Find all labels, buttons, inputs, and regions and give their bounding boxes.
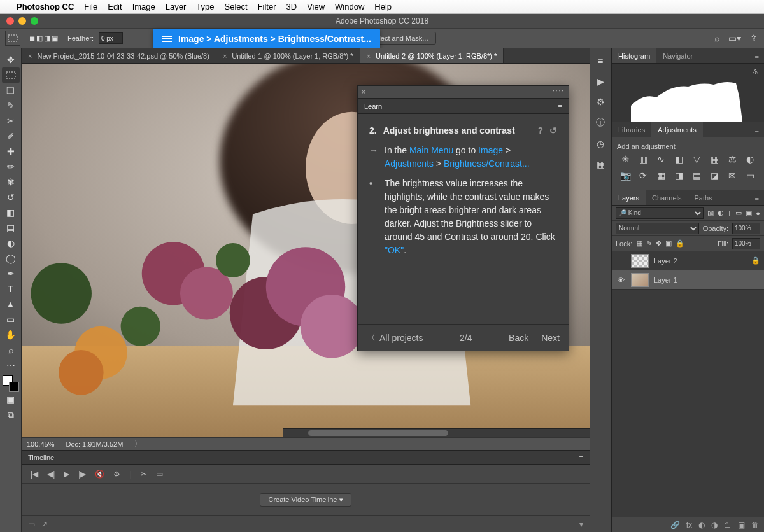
selection-add-icon[interactable]: ◧ (36, 34, 43, 43)
panel-menu-icon[interactable]: ≡ (558, 102, 562, 110)
current-tool-icon[interactable] (5, 31, 20, 46)
adj-selective-color-icon[interactable]: ✉ (726, 171, 738, 181)
next-button[interactable]: Next (541, 333, 560, 343)
hand-tool-icon[interactable]: ✋ (2, 327, 20, 342)
layer-mask-icon[interactable]: ◐ (698, 521, 705, 529)
window-zoom[interactable] (31, 17, 38, 25)
window-minimize[interactable] (18, 17, 26, 25)
timeline-zoom-out-icon[interactable]: ▭ (28, 520, 35, 529)
channels-tab[interactable]: Channels (646, 190, 688, 205)
close-tab-icon[interactable]: × (367, 52, 371, 60)
quick-mask-icon[interactable]: ▣ (2, 392, 20, 407)
delete-layer-icon[interactable]: 🗑 (751, 521, 759, 529)
feather-input[interactable] (99, 32, 123, 44)
lock-position-icon[interactable]: ✥ (656, 239, 661, 248)
adj-channel-mixer-icon[interactable]: ⟳ (637, 171, 649, 181)
transition-icon[interactable]: ▭ (156, 470, 163, 479)
image-link[interactable]: Image (478, 145, 503, 155)
zoom-tool-icon[interactable]: ⌕ (2, 342, 20, 358)
clock-panel-icon[interactable]: ◷ (597, 139, 604, 149)
menu-image[interactable]: Image (132, 2, 155, 11)
shape-tool-icon[interactable]: ▭ (2, 312, 20, 327)
reset-icon[interactable]: ↺ (549, 124, 557, 137)
adj-vibrance-icon[interactable]: ▽ (691, 154, 702, 164)
panel-menu-icon[interactable]: ≡ (579, 454, 583, 461)
fill-input[interactable] (732, 238, 760, 249)
document-tab-2[interactable]: ×Untitled-1 @ 100% (Layer 1, RGB/8*) * (216, 48, 360, 63)
lock-paint-icon[interactable]: ✎ (646, 239, 652, 248)
close-panel-icon[interactable]: × (358, 88, 369, 95)
filter-adjust-icon[interactable]: ◐ (718, 209, 724, 217)
adj-color-lookup-icon[interactable]: ▦ (655, 171, 667, 181)
settings-icon[interactable]: ⚙ (113, 470, 120, 479)
filter-toggle-icon[interactable]: ● (756, 209, 760, 217)
prev-frame-icon[interactable]: ◀| (47, 470, 55, 479)
swatches-panel-icon[interactable]: ▦ (597, 159, 605, 169)
adj-gradient-map-icon[interactable]: ▭ (744, 171, 756, 181)
panel-menu-icon[interactable]: ≡ (750, 52, 764, 60)
document-tab-3[interactable]: ×Untitled-2 @ 100% (Layer 1, RGB/8*) * (360, 48, 504, 63)
horizontal-scrollbar[interactable] (283, 428, 590, 437)
blend-mode-select[interactable]: Normal (616, 223, 699, 234)
lasso-tool-icon[interactable]: ❑ (2, 83, 20, 98)
menu-help[interactable]: Help (374, 2, 392, 11)
adj-levels-icon[interactable]: ▥ (637, 154, 649, 164)
learn-tab[interactable]: Learn (364, 102, 382, 110)
path-select-tool-icon[interactable]: ▲ (2, 297, 20, 312)
brush-tool-icon[interactable]: ✏ (2, 159, 20, 174)
eraser-tool-icon[interactable]: ◧ (2, 205, 20, 220)
selection-subtract-icon[interactable]: ◨ (44, 34, 50, 43)
filter-shape-icon[interactable]: ▭ (735, 209, 742, 217)
filter-type-icon[interactable]: T (728, 209, 732, 217)
menu-file[interactable]: File (84, 2, 97, 11)
layer-thumbnail[interactable] (631, 273, 649, 287)
lock-all-icon[interactable]: 🔒 (676, 239, 684, 248)
filter-smart-icon[interactable]: ▣ (746, 209, 752, 217)
menu-edit[interactable]: Edit (108, 2, 122, 11)
menu-window[interactable]: Window (335, 2, 364, 11)
move-tool-icon[interactable]: ✥ (2, 52, 20, 67)
gradient-tool-icon[interactable]: ▤ (2, 220, 20, 235)
marquee-tool-icon[interactable] (2, 67, 20, 83)
history-brush-tool-icon[interactable]: ↺ (2, 190, 20, 205)
menu-type[interactable]: Type (196, 2, 214, 11)
layer-thumbnail[interactable] (631, 254, 649, 268)
doc-info[interactable]: Doc: 1.91M/3.52M (66, 440, 123, 448)
quick-select-tool-icon[interactable]: ✎ (2, 98, 20, 113)
type-tool-icon[interactable]: T (2, 281, 20, 297)
new-fill-icon[interactable]: ◑ (711, 521, 718, 529)
help-icon[interactable]: ? (537, 124, 543, 137)
search-icon[interactable]: ⌕ (714, 33, 719, 43)
blur-tool-icon[interactable]: ◐ (2, 235, 20, 251)
adj-threshold-icon[interactable]: ◪ (709, 171, 720, 181)
back-button[interactable]: Back (509, 333, 528, 343)
main-menu-link[interactable]: Main Menu (409, 145, 453, 155)
adj-photo-filter-icon[interactable]: 📷 (619, 171, 631, 181)
layer-fx-icon[interactable]: fx (686, 521, 692, 529)
new-layer-icon[interactable]: ▣ (738, 521, 745, 529)
libraries-tab[interactable]: Libraries (612, 122, 651, 137)
filter-pixel-icon[interactable]: ▧ (707, 209, 714, 217)
history-panel-icon[interactable]: ≡ (598, 56, 603, 66)
close-tab-icon[interactable]: × (28, 52, 32, 60)
crop-tool-icon[interactable]: ✂ (2, 113, 20, 129)
create-video-timeline-button[interactable]: Create Video Timeline ▾ (260, 493, 351, 507)
doc-info-menu-icon[interactable]: 〉 (134, 439, 141, 449)
dodge-tool-icon[interactable]: ◯ (2, 251, 20, 266)
adj-color-balance-icon[interactable]: ⚖ (726, 154, 738, 164)
menu-filter[interactable]: Filter (258, 2, 276, 11)
menu-select[interactable]: Select (224, 2, 247, 11)
play-icon[interactable]: ▶ (64, 470, 69, 479)
adjustments-link[interactable]: Adjustments (385, 158, 434, 169)
adj-curves-icon[interactable]: ∿ (655, 154, 667, 164)
window-close[interactable] (6, 17, 14, 25)
selection-intersect-icon[interactable]: ▣ (52, 34, 58, 43)
eyedropper-tool-icon[interactable]: ✐ (2, 129, 20, 144)
lock-transparent-icon[interactable]: ▦ (636, 239, 642, 248)
brightness-contrast-link[interactable]: Brightness/Contrast... (444, 158, 530, 169)
timeline-tab[interactable]: Timeline (28, 454, 54, 461)
menu-3d[interactable]: 3D (286, 2, 297, 11)
first-frame-icon[interactable]: |◀ (31, 470, 38, 479)
info-panel-icon[interactable]: ⓘ (596, 117, 605, 129)
learn-panel[interactable]: × :::: Learn ≡ 2. Adjust brightness and … (357, 85, 569, 351)
